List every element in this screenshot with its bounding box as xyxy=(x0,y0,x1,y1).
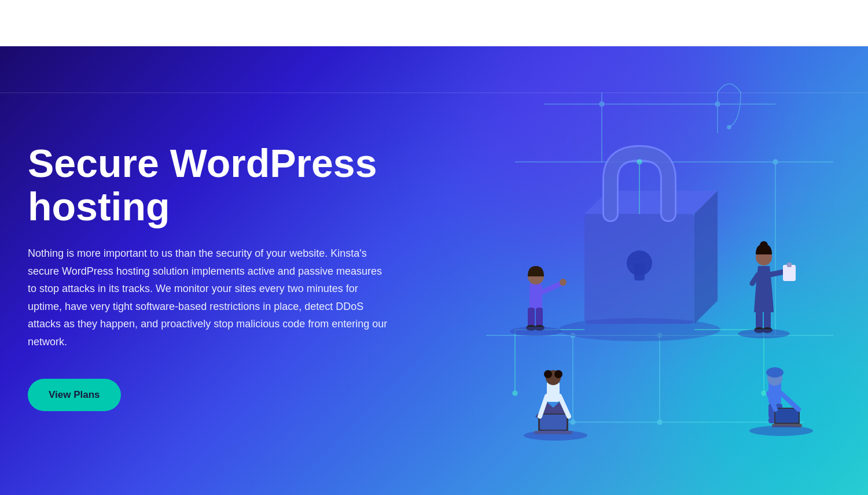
schedule-demo-button[interactable]: Schedule a Demo xyxy=(729,10,840,36)
svg-point-53 xyxy=(738,329,790,338)
svg-point-37 xyxy=(560,279,567,286)
svg-rect-39 xyxy=(536,308,543,328)
main-navigation: kinsta Features Solutions ▾ Plans Client… xyxy=(0,0,868,46)
svg-rect-49 xyxy=(756,311,763,330)
svg-line-36 xyxy=(542,283,561,292)
chevron-down-icon: ▾ xyxy=(511,20,514,27)
view-plans-button[interactable]: View Plans xyxy=(28,379,121,411)
svg-point-18 xyxy=(657,420,662,424)
svg-line-74 xyxy=(781,393,799,409)
nav-clients[interactable]: Clients ▾ xyxy=(409,18,442,28)
svg-text:kinsta: kinsta xyxy=(28,13,75,32)
login-link[interactable]: Login xyxy=(692,18,714,28)
svg-point-31 xyxy=(513,391,517,396)
svg-point-66 xyxy=(766,367,784,378)
nav-features[interactable]: Features xyxy=(243,18,279,28)
svg-point-17 xyxy=(571,420,575,424)
svg-point-14 xyxy=(773,160,778,164)
hero-illustration xyxy=(428,46,868,495)
svg-point-56 xyxy=(544,370,552,378)
chevron-down-icon: ▾ xyxy=(439,20,442,27)
nav-plans[interactable]: Plans xyxy=(365,18,388,28)
svg-point-57 xyxy=(554,370,562,378)
svg-point-19 xyxy=(727,125,731,129)
svg-point-63 xyxy=(524,430,587,441)
svg-rect-46 xyxy=(783,265,796,281)
svg-rect-24 xyxy=(634,263,645,280)
svg-rect-34 xyxy=(529,283,542,309)
svg-line-2 xyxy=(674,25,676,28)
search-icon xyxy=(665,17,678,29)
nav-solutions[interactable]: Solutions ▾ xyxy=(300,18,344,28)
svg-point-12 xyxy=(599,102,604,106)
nav-contact-us[interactable]: Contact Us ▾ xyxy=(463,18,514,28)
chevron-down-icon: ▾ xyxy=(341,20,344,27)
hero-description: Nothing is more important to us than the… xyxy=(28,245,392,351)
svg-line-45 xyxy=(770,272,784,275)
svg-point-75 xyxy=(749,426,813,436)
nav-separator xyxy=(0,93,868,93)
svg-point-42 xyxy=(510,327,562,336)
svg-point-33 xyxy=(637,160,642,164)
svg-point-32 xyxy=(762,391,766,396)
svg-rect-71 xyxy=(775,409,799,423)
search-button[interactable] xyxy=(665,17,678,29)
nav-actions: Login Schedule a Demo xyxy=(665,10,840,36)
svg-rect-59 xyxy=(540,415,567,430)
svg-point-13 xyxy=(715,102,720,106)
svg-marker-22 xyxy=(694,191,718,324)
svg-rect-47 xyxy=(787,263,792,267)
hero-content: Secure WordPress hosting Nothing is more… xyxy=(0,142,392,411)
svg-point-44 xyxy=(760,241,768,249)
logo[interactable]: kinsta xyxy=(28,12,91,35)
hero-section: Secure WordPress hosting Nothing is more… xyxy=(0,46,868,495)
hero-title: Secure WordPress hosting xyxy=(28,142,392,228)
nav-links: Features Solutions ▾ Plans Clients ▾ Con… xyxy=(243,18,514,28)
svg-rect-38 xyxy=(528,308,535,328)
svg-rect-50 xyxy=(764,311,771,330)
